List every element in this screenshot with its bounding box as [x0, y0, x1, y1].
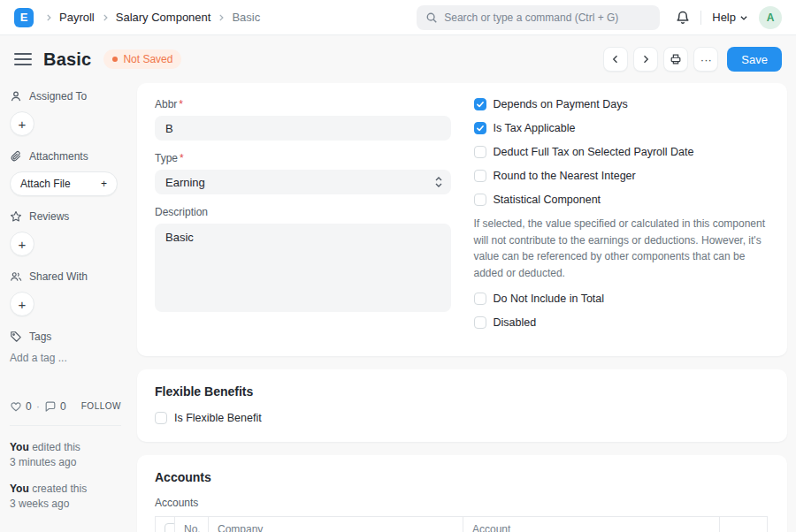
accounts-title: Accounts	[155, 470, 769, 484]
comment-icon	[44, 400, 57, 413]
page-title: Basic	[43, 49, 91, 70]
checkbox-icon	[474, 170, 486, 182]
status-dot-icon	[112, 57, 118, 62]
sidebar-toggle-icon[interactable]	[14, 53, 32, 65]
checkbox-icon	[474, 98, 486, 110]
checkbox-icon	[474, 293, 486, 305]
like-button[interactable]: 0	[10, 400, 32, 413]
comments-link[interactable]: 0	[44, 400, 66, 413]
global-search[interactable]	[417, 5, 660, 30]
add-share-button[interactable]: +	[10, 292, 34, 316]
checkbox-deduct-full-tax[interactable]: Deduct Full Tax on Selected Payroll Date	[474, 146, 770, 158]
checkbox-icon	[474, 146, 486, 158]
tag-icon	[10, 331, 22, 343]
required-asterisk: *	[179, 98, 183, 110]
select-all-checkbox[interactable]	[165, 523, 175, 532]
description-textarea[interactable]: Basic	[155, 224, 451, 312]
details-left-column: Abbr* Type* Earning Description	[155, 98, 451, 340]
breadcrumb-basic[interactable]: Basic	[232, 11, 260, 24]
column-account[interactable]: Account	[463, 517, 720, 532]
help-label: Help	[712, 11, 736, 24]
help-menu[interactable]: Help	[712, 11, 748, 24]
chevron-right-icon	[101, 13, 110, 22]
abbr-label: Abbr*	[155, 98, 451, 110]
comment-count: 0	[60, 400, 66, 413]
assigned-to-label: Assigned To	[29, 90, 87, 103]
activity-action: created this	[32, 483, 87, 495]
checkbox-label: Is Flexible Benefit	[174, 412, 262, 424]
flexible-benefits-section-card: Flexible Benefits Is Flexible Benefit	[137, 369, 787, 442]
attach-file-label: Attach File	[20, 178, 71, 190]
activity-who: You	[10, 441, 29, 453]
flexible-benefits-title: Flexible Benefits	[155, 384, 769, 399]
print-button[interactable]	[663, 47, 688, 72]
checkbox-label: Is Tax Applicable	[494, 122, 576, 134]
form-sidebar: Assigned To + Attachments Attach File + …	[0, 83, 137, 523]
checkbox-is-tax-applicable[interactable]: Is Tax Applicable	[474, 122, 770, 134]
description-label: Description	[155, 206, 451, 218]
form-body: Abbr* Type* Earning Description	[137, 83, 787, 532]
divider	[10, 425, 121, 426]
search-input[interactable]	[444, 11, 651, 24]
activity-who: You	[10, 483, 29, 495]
breadcrumb: Payroll Salary Component Basic	[44, 11, 260, 24]
page-head: Basic Not Saved ··· Save	[0, 35, 796, 83]
user-icon	[10, 90, 22, 103]
checkbox-do-not-include-in-total[interactable]: Do Not Include in Total	[474, 293, 770, 305]
plus-icon: +	[101, 178, 107, 190]
next-document-button[interactable]	[633, 47, 658, 72]
attachments-label: Attachments	[29, 150, 88, 163]
attach-file-button[interactable]: Attach File +	[10, 171, 118, 196]
column-company[interactable]: Company	[209, 517, 463, 532]
chevron-down-icon	[739, 13, 748, 22]
checkbox-label: Disabled	[494, 316, 537, 329]
details-right-column: Depends on Payment Days Is Tax Applicabl…	[474, 98, 770, 340]
bell-icon[interactable]	[676, 11, 690, 25]
checkbox-disabled[interactable]: Disabled	[474, 316, 770, 329]
checkbox-label: Depends on Payment Days	[494, 98, 628, 110]
breadcrumb-salary-component[interactable]: Salary Component	[116, 11, 211, 24]
prev-document-button[interactable]	[603, 47, 628, 72]
navbar: E Payroll Salary Component Basic Help A	[0, 0, 796, 35]
status-badge-label: Not Saved	[123, 53, 172, 65]
statistical-component-help: If selected, the value specified or calc…	[474, 216, 770, 281]
add-assignment-button[interactable]: +	[10, 111, 34, 136]
divider	[700, 11, 701, 25]
checkbox-is-flexible-benefit[interactable]: Is Flexible Benefit	[155, 412, 769, 424]
checkbox-label: Statistical Component	[494, 194, 601, 206]
follow-button[interactable]: FOLLOW	[81, 401, 121, 411]
save-button[interactable]: Save	[727, 47, 782, 72]
checkbox-icon	[474, 316, 486, 329]
column-no: No.	[175, 517, 209, 532]
checkbox-icon	[474, 194, 486, 206]
details-section-card: Abbr* Type* Earning Description	[137, 83, 787, 356]
reviews-label: Reviews	[29, 210, 69, 223]
activity-when: 3 minutes ago	[10, 456, 76, 468]
checkbox-icon	[474, 122, 486, 134]
user-avatar[interactable]: A	[759, 6, 782, 29]
activity-created: You created this 3 weeks ago	[10, 482, 125, 513]
checkbox-round-nearest-integer[interactable]: Round to the Nearest Integer	[474, 170, 770, 182]
add-review-button[interactable]: +	[10, 232, 34, 256]
checkbox-depends-on-payment-days[interactable]: Depends on Payment Days	[474, 98, 770, 110]
accounts-table: No. Company Account 1 Unico Plastics Inc…	[155, 516, 768, 532]
chevron-right-icon	[44, 13, 53, 22]
erpnext-logo[interactable]: E	[14, 8, 34, 27]
checkbox-statistical-component[interactable]: Statistical Component	[474, 194, 770, 206]
heart-icon	[10, 400, 22, 413]
add-tag-input[interactable]: Add a tag ...	[10, 352, 125, 364]
type-select[interactable]: Earning	[155, 170, 451, 194]
checkbox-label: Deduct Full Tax on Selected Payroll Date	[494, 146, 694, 158]
checkbox-icon	[155, 412, 167, 424]
activity-edited: You edited this 3 minutes ago	[10, 440, 125, 471]
checkbox-label: Round to the Nearest Integer	[494, 170, 636, 182]
dot-separator: ·	[36, 399, 40, 413]
status-badge: Not Saved	[103, 49, 181, 69]
abbr-input[interactable]	[155, 116, 451, 141]
menu-button[interactable]: ···	[693, 47, 718, 72]
type-label: Type*	[155, 152, 451, 164]
accounts-section-card: Accounts Accounts No. Company Account 1 …	[137, 455, 787, 532]
tags-label: Tags	[29, 331, 51, 343]
breadcrumb-payroll[interactable]: Payroll	[59, 11, 95, 24]
chevron-right-icon	[217, 13, 226, 22]
